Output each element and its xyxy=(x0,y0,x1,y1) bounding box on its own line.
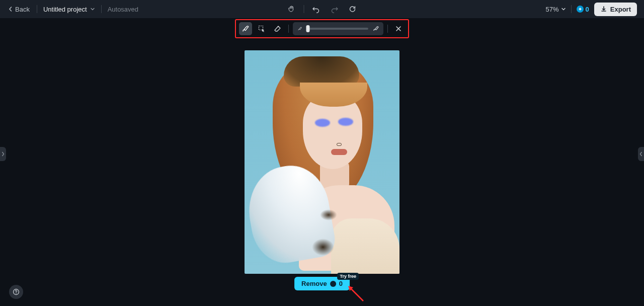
svg-point-5 xyxy=(16,293,16,293)
svg-marker-0 xyxy=(578,8,582,11)
small-brush-icon xyxy=(297,26,303,32)
eraser-tool-button[interactable] xyxy=(271,22,284,35)
credits-value: 0 xyxy=(586,6,589,13)
slider-thumb[interactable] xyxy=(306,25,310,32)
download-icon xyxy=(600,6,607,13)
back-label: Back xyxy=(15,6,30,13)
redo-button[interactable] xyxy=(329,3,341,15)
undo-button[interactable] xyxy=(310,3,323,15)
remove-label: Remove xyxy=(301,280,327,287)
reset-button[interactable] xyxy=(347,3,359,15)
try-free-badge: Try free xyxy=(337,273,359,280)
large-brush-icon xyxy=(372,25,379,32)
topbar-left: Back Untitled project Autosaved xyxy=(0,4,138,15)
back-button[interactable]: Back xyxy=(5,4,33,15)
image-content xyxy=(331,218,399,274)
credit-coin-icon xyxy=(577,6,584,13)
brush-mask-overlay xyxy=(338,118,353,126)
chevron-down-icon xyxy=(90,7,95,12)
help-button[interactable] xyxy=(9,285,23,299)
brush-size-slider[interactable] xyxy=(293,22,383,35)
credit-coin-icon xyxy=(330,281,336,287)
canvas-image[interactable] xyxy=(245,50,399,274)
image-content xyxy=(284,56,359,87)
divider xyxy=(37,5,37,13)
svg-line-2 xyxy=(350,288,363,301)
brush-mask-overlay xyxy=(315,119,330,127)
divider xyxy=(571,5,572,13)
pan-tool-button[interactable] xyxy=(286,3,298,15)
divider xyxy=(304,5,304,13)
chevron-left-icon xyxy=(8,7,13,12)
zoom-dropdown[interactable]: 57% xyxy=(546,6,566,13)
slider-track[interactable] xyxy=(307,28,368,30)
remove-action-area: Remove 0 Try free xyxy=(294,277,350,290)
top-bar: Back Untitled project Autosaved 57% xyxy=(0,0,644,18)
autosaved-status: Autosaved xyxy=(106,6,138,13)
remove-cost: 0 xyxy=(339,280,343,287)
annotation-highlight xyxy=(235,19,409,38)
expand-left-panel-button[interactable] xyxy=(0,147,6,161)
chevron-down-icon xyxy=(561,7,566,12)
project-name-button[interactable]: Untitled project xyxy=(41,4,97,15)
tool-group xyxy=(239,22,284,35)
divider xyxy=(101,5,102,13)
box-select-tool-button[interactable] xyxy=(255,22,268,35)
annotation-arrow xyxy=(347,285,367,305)
remove-button[interactable]: Remove 0 Try free xyxy=(294,277,350,290)
image-content xyxy=(312,239,334,256)
export-label: Export xyxy=(610,6,631,13)
zoom-value: 57% xyxy=(546,6,559,13)
image-content xyxy=(331,149,347,155)
divider xyxy=(288,25,289,33)
divider xyxy=(387,25,388,33)
credits-button[interactable]: 0 xyxy=(577,6,589,13)
image-content xyxy=(320,209,337,220)
topbar-center xyxy=(286,0,359,18)
brush-tool-button[interactable] xyxy=(239,22,252,35)
export-button[interactable]: Export xyxy=(594,3,637,16)
close-toolbar-button[interactable] xyxy=(392,22,405,35)
topbar-right: 57% 0 Export xyxy=(546,0,637,18)
floating-toolbar xyxy=(235,19,409,38)
project-name-text: Untitled project xyxy=(43,6,87,13)
expand-right-panel-button[interactable] xyxy=(638,147,644,161)
image-content xyxy=(337,143,342,146)
